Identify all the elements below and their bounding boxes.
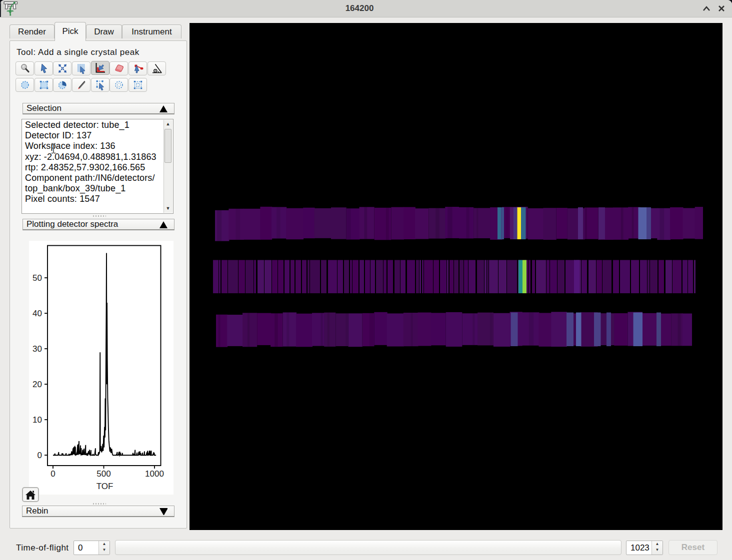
svg-text:10: 10 — [32, 415, 42, 425]
svg-text:1000: 1000 — [145, 469, 164, 479]
svg-text:50: 50 — [32, 273, 42, 283]
svg-text:0: 0 — [50, 469, 55, 479]
svg-text:TOF: TOF — [96, 482, 114, 491]
svg-text:40: 40 — [32, 309, 42, 318]
svg-text:30: 30 — [32, 344, 42, 354]
svg-text:0: 0 — [38, 451, 42, 460]
svg-text:20: 20 — [32, 380, 42, 389]
svg-text:500: 500 — [96, 469, 110, 479]
